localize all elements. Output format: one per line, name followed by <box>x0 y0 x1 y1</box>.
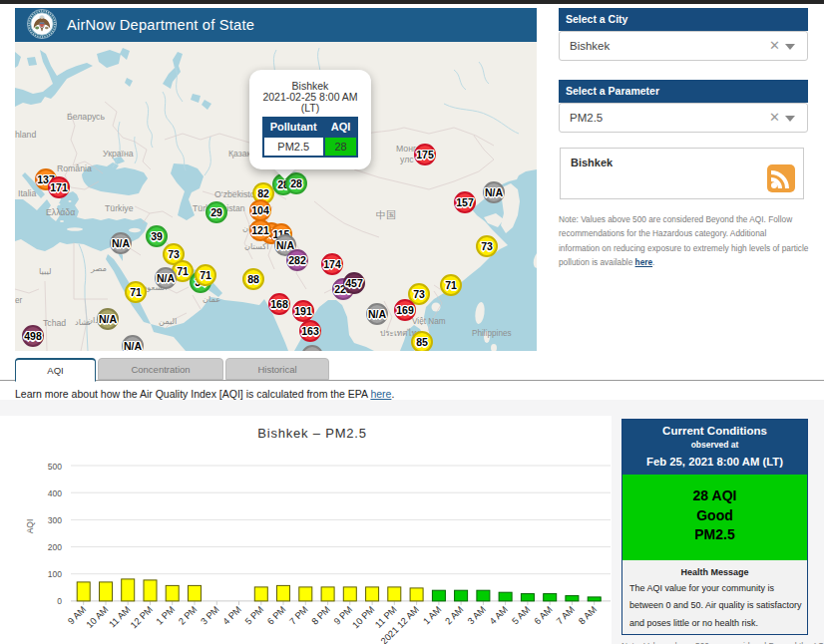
svg-text:3 AM: 3 AM <box>466 604 488 626</box>
svg-text:اليمن: اليمن <box>159 317 177 326</box>
svg-text:10 AM: 10 AM <box>85 604 111 630</box>
svg-text:5 PM: 5 PM <box>243 604 265 626</box>
svg-text:Україна: Україна <box>103 149 134 159</box>
svg-text:0: 0 <box>57 596 62 606</box>
svg-text:1 AM: 1 AM <box>421 604 443 626</box>
svg-text:2 AM: 2 AM <box>443 604 465 626</box>
svg-text:11 AM: 11 AM <box>107 604 132 629</box>
svg-text:中国: 中国 <box>376 209 396 220</box>
svg-text:10 PM: 10 PM <box>350 604 376 630</box>
svg-text:Беларусь: Беларусь <box>67 112 105 122</box>
svg-text:2 PM: 2 PM <box>177 604 199 626</box>
svg-text:7 PM: 7 PM <box>287 604 309 626</box>
svg-text:12 PM: 12 PM <box>129 604 155 630</box>
svg-text:5 AM: 5 AM <box>510 604 532 626</box>
svg-text:hland: hland <box>15 130 36 140</box>
svg-text:مصر: مصر <box>90 264 107 273</box>
svg-text:400: 400 <box>48 488 62 498</box>
svg-text:8 PM: 8 PM <box>310 604 332 626</box>
svg-text:200: 200 <box>48 542 62 552</box>
svg-text:1 PM: 1 PM <box>155 604 177 626</box>
svg-text:4 AM: 4 AM <box>488 604 510 626</box>
svg-text:er: er <box>15 296 23 305</box>
svg-text:Philippines: Philippines <box>472 329 512 338</box>
svg-text:6 AM: 6 AM <box>533 604 555 626</box>
svg-text:Việt Nam: Việt Nam <box>412 317 446 326</box>
svg-text:500: 500 <box>48 462 62 472</box>
svg-text:7 AM: 7 AM <box>555 604 577 626</box>
svg-text:6 PM: 6 PM <box>265 604 287 626</box>
svg-text:100: 100 <box>48 569 62 579</box>
svg-text:Bishkek – PM2.5: Bishkek – PM2.5 <box>257 426 367 441</box>
svg-text:AQI: AQI <box>25 519 35 534</box>
svg-text:Türkiye: Türkiye <box>105 203 134 213</box>
svg-text:Tchad: Tchad <box>43 318 66 328</box>
svg-text:اكستان: اكستان <box>244 242 268 251</box>
svg-text:Italia: Italia <box>18 188 37 198</box>
svg-text:300: 300 <box>48 515 62 525</box>
svg-text:Ελλάδα: Ελλάδα <box>46 207 75 217</box>
svg-text:ليبيا: ليبيا <box>39 267 51 276</box>
svg-text:România: România <box>57 163 92 173</box>
svg-text:عمان: عمان <box>203 295 220 304</box>
svg-text:3 PM: 3 PM <box>199 604 220 626</box>
svg-text:8 AM: 8 AM <box>577 604 599 626</box>
svg-text:4 PM: 4 PM <box>220 604 242 626</box>
svg-text:улс: улс <box>400 155 414 164</box>
